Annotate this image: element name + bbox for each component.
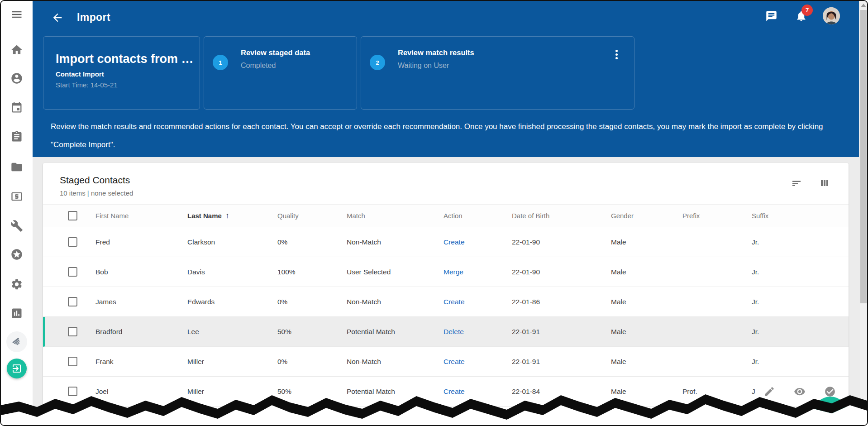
cell-match: Non-Match <box>347 358 444 366</box>
row-checkbox[interactable] <box>68 357 77 366</box>
more-options-icon[interactable] <box>611 48 621 60</box>
app-bar: Import <box>33 1 859 29</box>
accept-check-icon[interactable] <box>824 386 836 397</box>
row-actions <box>763 386 836 397</box>
cell-action-link[interactable]: Delete <box>444 328 512 336</box>
column-header-quality[interactable]: Quality <box>277 212 347 220</box>
wizard-cards: Import contacts from … Contact Import St… <box>43 36 634 110</box>
page-title: Import <box>77 11 110 24</box>
billing-icon[interactable] <box>10 190 23 203</box>
home-icon[interactable] <box>10 43 23 56</box>
import-exit-icon[interactable] <box>7 359 27 378</box>
cell-dob: 22-01-90 <box>512 268 611 276</box>
contacts-icon[interactable] <box>10 72 23 85</box>
cell-action-link[interactable]: Create <box>444 238 512 246</box>
cell-action-link[interactable]: Merge <box>444 268 512 276</box>
table-row[interactable]: Bradford Lee 50% Potential Match Delete … <box>43 317 849 347</box>
cell-last-name: Miller <box>187 358 277 366</box>
cell-action-link[interactable]: Create <box>444 388 512 396</box>
cell-gender: Male <box>611 298 682 306</box>
favorites-icon[interactable] <box>10 248 23 261</box>
job-start-time: Start Time: 14-05-21 <box>56 81 188 89</box>
scroll-up-arrow-icon[interactable] <box>861 4 866 7</box>
table-row[interactable]: Frank Miller 0% Non-Match Create 22-01-9… <box>43 347 849 377</box>
column-header-prefix[interactable]: Prefix <box>682 212 752 220</box>
cell-dob: 22-01-91 <box>512 328 611 336</box>
chat-icon[interactable] <box>763 8 779 24</box>
folder-icon[interactable] <box>10 161 23 173</box>
staged-contacts-card: Staged Contacts 10 items | none selected… <box>43 163 849 426</box>
step-card-1[interactable]: 1 Review staged data Completed <box>204 36 357 110</box>
table-header-row: First Name Last Name ↑ Quality Match Act… <box>43 205 849 227</box>
cell-action-link[interactable]: Create <box>444 358 512 366</box>
step-number-badge: 1 <box>213 55 228 70</box>
back-button[interactable] <box>51 11 65 25</box>
tools-icon[interactable] <box>10 220 23 232</box>
table-row[interactable]: James Edwards 0% Non-Match Create 22-01-… <box>43 287 849 317</box>
cell-quality: 0% <box>277 238 347 246</box>
cell-match: Potential Match <box>347 328 444 336</box>
cell-match: User Selected <box>347 268 444 276</box>
sort-icon[interactable] <box>791 177 802 189</box>
cell-last-name: Miller <box>187 388 277 396</box>
cell-first-name: Fred <box>95 238 187 246</box>
vertical-scrollbar[interactable] <box>859 1 867 425</box>
cell-match: Non-Match <box>347 238 444 246</box>
cell-first-name: Frank <box>95 358 187 366</box>
row-checkbox[interactable] <box>68 327 77 336</box>
sort-direction-icon: ↑ <box>225 211 229 220</box>
menu-icon[interactable] <box>10 8 23 21</box>
column-header-suffix[interactable]: Suffix <box>752 212 838 220</box>
step-card-2[interactable]: 2 Review match results Waiting on User <box>361 36 634 110</box>
step-status: Completed <box>241 62 310 70</box>
step-number-badge: 2 <box>370 55 385 70</box>
handshake-icon[interactable] <box>6 331 27 352</box>
notification-count-badge: 7 <box>801 5 813 16</box>
navigation-sidebar <box>1 1 33 425</box>
instructions-text: Review the match results and recommended… <box>51 118 845 154</box>
cell-gender: Male <box>611 388 682 396</box>
cell-suffix: Jr. <box>752 298 838 306</box>
user-avatar[interactable] <box>823 7 840 24</box>
view-eye-icon[interactable] <box>794 386 806 397</box>
cell-first-name: Bradford <box>95 328 187 336</box>
cell-gender: Male <box>611 268 682 276</box>
row-checkbox[interactable] <box>68 267 77 277</box>
tasks-icon[interactable] <box>10 130 23 143</box>
job-title: Import contacts from … <box>56 52 188 66</box>
table-row[interactable]: Joel Miller 50% Potential Match Create 2… <box>43 377 849 407</box>
table-row[interactable]: Bob Davis 100% User Selected Merge 22-01… <box>43 257 849 287</box>
row-checkbox[interactable] <box>68 387 77 396</box>
step-title: Review staged data <box>241 48 310 57</box>
row-checkbox[interactable] <box>68 297 77 306</box>
select-all-checkbox[interactable] <box>68 211 77 220</box>
column-header-last-name[interactable]: Last Name ↑ <box>187 211 277 220</box>
cell-gender: Male <box>611 328 682 336</box>
column-header-match[interactable]: Match <box>347 212 444 220</box>
scrollbar-thumb[interactable] <box>860 10 867 303</box>
cell-last-name: Clarkson <box>187 238 277 246</box>
reports-icon[interactable] <box>10 307 23 320</box>
topbar-icons: 7 <box>763 7 840 24</box>
cell-quality: 0% <box>277 298 347 306</box>
import-job-card[interactable]: Import contacts from … Contact Import St… <box>43 36 200 110</box>
table-row[interactable]: Fred Clarkson 0% Non-Match Create 22-01-… <box>43 227 849 257</box>
step-title: Review match results <box>398 48 474 57</box>
settings-icon[interactable] <box>10 278 23 291</box>
cell-match: Potential Match <box>347 388 444 396</box>
calendar-icon[interactable] <box>10 101 23 114</box>
cell-dob: 22-01-91 <box>512 358 611 366</box>
view-columns-icon[interactable] <box>819 177 830 189</box>
cell-action-link[interactable]: Create <box>444 298 512 306</box>
column-header-first-name[interactable]: First Name <box>95 212 187 220</box>
column-header-action[interactable]: Action <box>444 212 512 220</box>
cell-last-name: Davis <box>187 268 277 276</box>
column-header-dob[interactable]: Date of Birth <box>512 212 611 220</box>
edit-pencil-icon[interactable] <box>763 386 775 397</box>
cell-last-name: Edwards <box>187 298 277 306</box>
cell-quality: 0% <box>277 358 347 366</box>
row-checkbox[interactable] <box>68 237 77 247</box>
notifications-bell-icon[interactable]: 7 <box>793 8 809 24</box>
cell-quality: 100% <box>277 268 347 276</box>
column-header-gender[interactable]: Gender <box>611 212 682 220</box>
